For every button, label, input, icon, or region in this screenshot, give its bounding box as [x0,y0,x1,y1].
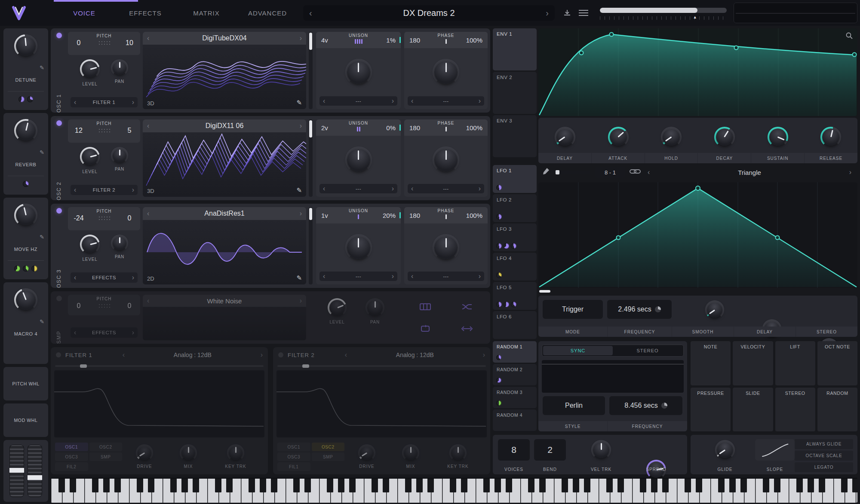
filter2-input-osc2[interactable]: OSC2 [312,443,345,451]
zoom-icon[interactable] [845,32,853,41]
osc2-phase-rand[interactable]: 100% [466,124,482,131]
osc1-phase-value[interactable]: 180 [409,37,420,44]
osc1-phase-dropdown[interactable]: ‹ --- › [408,96,484,106]
mod-source-slide[interactable]: SLIDE [733,388,773,432]
preset-next-button[interactable]: › [546,9,549,17]
voices-value-box[interactable]: 8 [498,439,530,461]
dropdown-next-icon[interactable]: › [479,185,481,192]
filter1-input-osc1[interactable]: OSC1 [55,443,88,451]
osc2-wave-display[interactable]: 3D ✎ [143,132,306,197]
mod-source-pressure[interactable]: PRESSURE [691,388,731,432]
filter2-model-selector[interactable]: ‹ Analog : 12dB › [345,351,485,358]
lfo-smoothing-slider[interactable] [554,171,591,174]
mod-amount-dot[interactable] [496,355,501,360]
frame-slider-handle[interactable] [309,208,312,220]
model-next-icon[interactable]: › [483,351,485,358]
osc1-pan-knob[interactable] [111,59,128,76]
osc3-unison-dropdown[interactable]: ‹ --- › [319,272,397,281]
random-frequency-box[interactable]: 8.456 secs [609,396,682,415]
scrollbar-handle[interactable] [539,290,550,293]
filter2-input-osc3[interactable]: OSC3 [277,452,310,461]
lfo-frequency-value[interactable]: 2.496 secs [618,305,651,313]
osc3-unison-detune[interactable]: 20% [383,212,396,219]
dropdown-next-icon[interactable]: › [392,273,394,280]
osc1-unison-detune[interactable]: 1% [386,37,396,44]
mod-amount-dot[interactable] [504,302,509,307]
osc2-unison-detune-knob[interactable] [345,147,372,173]
mod-amount-dot[interactable] [496,378,501,383]
sampler-wave-display[interactable] [143,307,306,340]
osc3-phase-knob[interactable] [433,234,459,261]
tab-env-3[interactable]: ENV 3 [493,115,537,157]
lfo-smooth-knob[interactable] [705,300,724,319]
sampler-keytrack-button[interactable] [404,296,446,318]
pitch-wheel[interactable] [9,445,24,497]
filter2-power-button[interactable] [278,352,283,357]
random-sync-button[interactable]: SYNC [543,346,613,355]
env-decay-knob[interactable] [714,127,735,147]
menu-icon-button[interactable] [577,7,590,19]
cutoff-handle[interactable] [80,364,87,368]
move-hz-macro-knob[interactable] [14,204,37,227]
master-volume-slider[interactable]: ▲ [600,8,727,22]
env-sustain-knob[interactable] [768,127,788,147]
filter2-mix-knob[interactable] [402,444,419,461]
sampler-transpose-value[interactable]: 0 [72,302,85,310]
mod-amount-dot[interactable] [504,243,509,249]
osc2-phase-knob[interactable] [433,147,459,173]
filter2-response-display[interactable] [276,370,487,437]
mod-source-oct-note[interactable]: OCT NOTE [817,341,857,385]
tab-env-2[interactable]: ENV 2 [493,72,537,114]
osc1-phase-rand[interactable]: 100% [466,37,482,44]
lfo-frequency-box[interactable]: 2.496 secs [607,300,672,319]
osc2-tune-value[interactable]: 5 [123,127,136,134]
filter1-power-button[interactable] [56,352,61,357]
piano-keyboard[interactable] [51,478,857,503]
wavetable-edit-icon[interactable]: ✎ [296,99,302,107]
view-mode-toggle[interactable]: 3D [147,100,154,107]
random-frequency-value[interactable]: 8.456 secs [624,402,657,409]
cutoff-handle[interactable] [302,364,309,368]
mod-amount-dot[interactable] [511,302,516,307]
tap-tempo-icon[interactable] [661,403,667,409]
lfo-mode-selector[interactable]: Trigger [543,300,603,319]
mod-amount-dot[interactable] [496,272,502,278]
filter2-input-smp[interactable]: SMP [312,452,345,461]
edit-macro-icon[interactable]: ✎ [40,149,44,156]
osc2-wavetable-name[interactable]: DigiDX11 06 [149,122,299,130]
mod-amount-dot[interactable] [496,185,502,190]
sampler-routing-selector[interactable]: ‹ EFFECTS › [71,327,138,338]
glide-slope-button[interactable] [755,439,795,461]
tab-lfo-6[interactable]: LFO 6 [493,311,537,339]
link-icon[interactable] [630,168,641,177]
mod-source-velocity[interactable]: VELOCITY [733,341,773,385]
osc1-power-button[interactable] [56,33,62,38]
dropdown-next-icon[interactable]: › [392,185,394,192]
tab-voice[interactable]: VOICE [54,0,115,26]
sampler-tune-value[interactable]: 0 [123,302,136,310]
tab-random-1[interactable]: RANDOM 1 [493,341,537,363]
velocity-track-knob[interactable] [591,440,611,460]
wavetable-next-button[interactable]: › [300,35,302,42]
osc2-unison-voices[interactable]: 2v [321,124,328,131]
filter1-drive-knob[interactable] [136,444,153,461]
view-mode-toggle[interactable]: 2D [147,275,154,282]
osc2-power-button[interactable] [56,120,62,126]
tab-advanced[interactable]: ADVANCED [237,0,298,26]
dropdown-next-icon[interactable]: › [392,98,394,104]
tab-env-1[interactable]: ENV 1 [493,28,537,70]
mod-amount-dot[interactable] [496,243,502,249]
pitch-wheel-source[interactable]: PITCH WHL [3,367,48,400]
model-next-icon[interactable]: › [261,351,263,358]
mod-source-lift[interactable]: LIFT [775,341,815,385]
mod-amount-dot[interactable] [496,400,501,406]
edit-macro-icon[interactable]: ✎ [40,234,44,240]
mod-source-note[interactable]: NOTE [691,341,731,385]
osc3-wave-display[interactable]: 2D ✎ [143,220,306,284]
osc1-routing-selector[interactable]: ‹ FILTER 1 › [71,97,138,107]
filter2-cutoff-slider[interactable] [277,365,486,367]
sampler-loop-button[interactable] [404,318,446,339]
osc2-phase-dropdown[interactable]: ‹ --- › [408,184,484,193]
mod-wheel-source[interactable]: MOD WHL [3,403,48,437]
tab-matrix[interactable]: MATRIX [176,0,237,26]
